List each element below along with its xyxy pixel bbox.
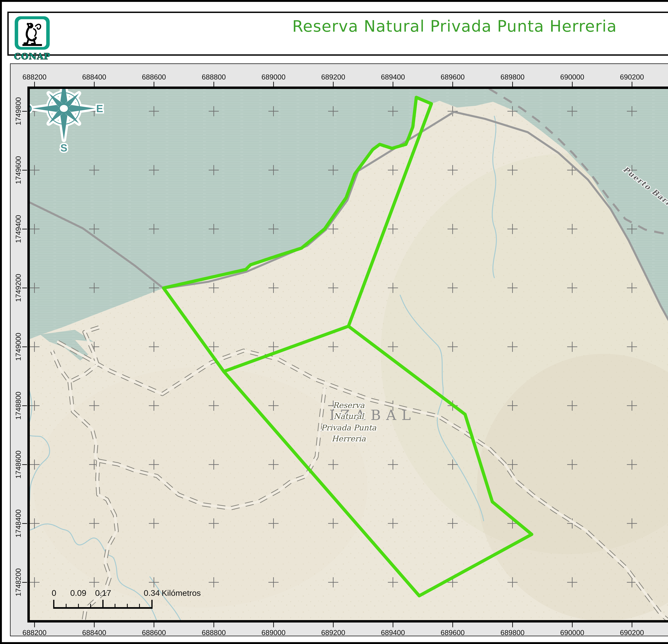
axis-label-bottom: 689800 xyxy=(491,628,534,637)
axis-tick-bottom xyxy=(333,623,334,627)
axis-label-left: 1748800 xyxy=(14,384,22,427)
axis-label-left: 1748600 xyxy=(14,443,22,486)
axis-label-left: 1749000 xyxy=(14,325,22,368)
axis-tick-bottom xyxy=(572,623,573,627)
axis-label-top: 688800 xyxy=(192,73,235,81)
axis-label-top: 688200 xyxy=(13,73,56,81)
axis-tick-top xyxy=(632,82,632,87)
map-document-page: CONAP Reserva Natural Privada Punta Herr… xyxy=(0,0,668,644)
axis-tick-bottom xyxy=(393,623,393,627)
svg-text:Reserva: Reserva xyxy=(333,401,365,410)
axis-tick-bottom xyxy=(452,623,453,627)
axis-label-bottom: 688800 xyxy=(192,628,235,637)
scale-034: 0.34 xyxy=(144,588,160,598)
svg-text:Herreria: Herreria xyxy=(332,434,366,443)
axis-label-bottom: 688400 xyxy=(73,628,116,637)
page-title: Reserva Natural Privada Punta Herreria xyxy=(9,17,668,35)
axis-tick-left xyxy=(22,229,27,230)
axis-tick-bottom xyxy=(94,623,95,627)
axis-label-top: 689600 xyxy=(431,73,474,81)
axis-label-top: 689800 xyxy=(491,73,534,81)
axis-label-top: 690000 xyxy=(551,73,594,81)
axis-label-left: 1749800 xyxy=(14,90,22,132)
axis-tick-top xyxy=(333,82,334,87)
axis-label-bottom: 688200 xyxy=(13,628,56,637)
axis-label-top: 690200 xyxy=(610,73,653,81)
axis-label-bottom: 688600 xyxy=(133,628,175,637)
axis-tick-left xyxy=(22,288,27,288)
axis-label-bottom: 689600 xyxy=(431,628,474,637)
axis-label-top: 688400 xyxy=(73,73,116,81)
axis-tick-top xyxy=(572,82,573,87)
axis-tick-top xyxy=(452,82,453,87)
axis-label-bottom: 690200 xyxy=(610,628,653,637)
axis-tick-left xyxy=(22,111,27,112)
axis-tick-left xyxy=(22,582,27,583)
axis-label-top: 688600 xyxy=(133,73,175,81)
axis-label-bottom: 690000 xyxy=(551,628,594,637)
main-map[interactable]: Puerto Barri IZABAL Reserva Natural Priv… xyxy=(27,87,668,623)
compass-e: E xyxy=(96,103,103,114)
axis-tick-bottom xyxy=(512,623,513,627)
terrain-shade xyxy=(33,367,367,608)
axis-label-left: 1748400 xyxy=(14,502,22,545)
axis-tick-left xyxy=(22,464,27,465)
axis-label-left: 1749200 xyxy=(14,267,22,309)
axis-tick-top xyxy=(34,82,35,87)
scale-0: 0 xyxy=(52,588,56,598)
svg-text:Natural: Natural xyxy=(334,412,364,421)
axis-tick-left xyxy=(22,346,27,347)
axis-label-bottom: 689200 xyxy=(312,628,354,637)
axis-label-left: 1749600 xyxy=(14,149,22,191)
conap-logo-text: CONAP xyxy=(7,51,58,61)
axis-tick-bottom xyxy=(632,623,632,627)
axis-label-bottom: 689000 xyxy=(252,628,295,637)
axis-tick-top xyxy=(94,82,95,87)
compass-s: S xyxy=(60,142,67,154)
axis-label-bottom: 689400 xyxy=(371,628,414,637)
scale-unit: Kilómetros xyxy=(162,588,201,598)
scale-017: 0.17 xyxy=(95,588,111,598)
axis-label-top: 689200 xyxy=(312,73,354,81)
axis-tick-left xyxy=(22,170,27,171)
axis-tick-bottom xyxy=(273,623,274,627)
svg-text:Privada Punta: Privada Punta xyxy=(321,423,377,432)
axis-label-left: 1749400 xyxy=(14,208,22,250)
axis-tick-bottom xyxy=(154,623,154,627)
axis-tick-bottom xyxy=(213,623,214,627)
axis-label-top: 689000 xyxy=(252,73,295,81)
axis-tick-bottom xyxy=(34,623,35,627)
axis-label-top: 689400 xyxy=(371,73,414,81)
axis-tick-top xyxy=(273,82,274,87)
axis-tick-top xyxy=(213,82,214,87)
axis-tick-left xyxy=(22,405,27,406)
header: CONAP Reserva Natural Privada Punta Herr… xyxy=(7,12,668,56)
axis-label-left: 1748200 xyxy=(14,561,22,604)
axis-tick-left xyxy=(22,523,27,524)
scale-009: 0.09 xyxy=(70,588,87,598)
axis-tick-top xyxy=(512,82,513,87)
axis-tick-top xyxy=(154,82,154,87)
axis-tick-top xyxy=(393,82,393,87)
